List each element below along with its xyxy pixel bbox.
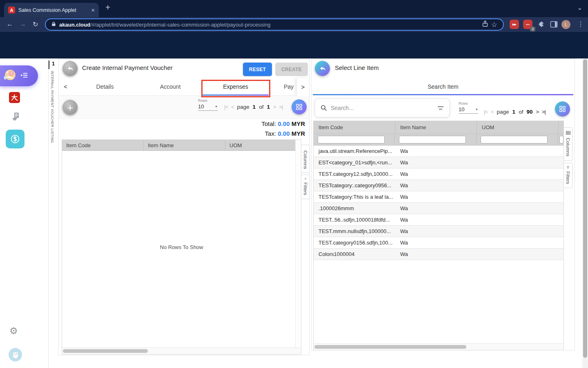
scrollbar-thumb[interactable] bbox=[63, 349, 148, 353]
filters-side-tab[interactable]: Filters bbox=[564, 163, 572, 188]
extension-fastforward-icon[interactable]: ▶▶ bbox=[510, 20, 519, 29]
item-row[interactable]: TESTcategory:This is a leaf la...Wa bbox=[314, 191, 564, 203]
rows-per-page-select[interactable]: Rows 10▼ bbox=[198, 99, 219, 111]
sidebar-item-pos-applet[interactable] bbox=[11, 112, 20, 123]
create-button[interactable]: CREATE bbox=[275, 63, 308, 76]
horizontal-scrollbar[interactable] bbox=[314, 343, 564, 350]
browser-reload-icon[interactable]: ↻ bbox=[33, 20, 38, 28]
filters-side-tab[interactable]: Filters bbox=[301, 175, 310, 199]
back-button[interactable] bbox=[62, 61, 78, 76]
tab-payment[interactable]: Pay bbox=[281, 83, 296, 90]
grid-view-button[interactable] bbox=[292, 99, 307, 114]
item-row[interactable]: java.util.stream.ReferencePip...Wa bbox=[314, 146, 564, 157]
sidebar-item-dai-applet[interactable] bbox=[9, 92, 20, 103]
tab-account[interactable]: Account bbox=[146, 83, 195, 90]
filter-uom-input[interactable] bbox=[481, 136, 548, 144]
screen: A Sales Commission Applet × + ⌄ ← → ↻ ak… bbox=[0, 0, 588, 368]
tabs-scroll-left-icon[interactable]: < bbox=[64, 83, 67, 90]
item-code-cell: EST<category_01>sdfjn,<run... bbox=[314, 159, 395, 166]
side-panel-icon[interactable] bbox=[549, 20, 559, 29]
grid-side-buttons: Columns Filters bbox=[564, 127, 572, 190]
column-header-uom[interactable]: UOM bbox=[225, 140, 301, 150]
column-header-uom[interactable]: UOM bbox=[477, 121, 559, 134]
receipt-printer-icon bbox=[11, 112, 20, 121]
item-row[interactable]: Colors1000004Wa bbox=[314, 249, 564, 260]
item-row[interactable]: TEST.category12.sdfjn,10000...Wa bbox=[314, 168, 564, 180]
total-amount: Total: 0.00 MYR bbox=[261, 120, 305, 127]
tab-expenses[interactable]: Expenses bbox=[211, 83, 260, 90]
back-arrow-icon bbox=[67, 65, 74, 72]
tab-search-item[interactable]: Search Item bbox=[312, 83, 575, 90]
settings-gear-icon[interactable]: ⚙ bbox=[9, 326, 18, 336]
tab-close-icon[interactable]: × bbox=[91, 7, 95, 13]
page-scrollbar-thumb[interactable] bbox=[583, 59, 587, 358]
columns-side-tab[interactable]: Columns bbox=[301, 145, 310, 173]
item-row[interactable]: .1000026mmmWa bbox=[314, 203, 564, 214]
item-code-cell: TESTcategory:.category0956... bbox=[314, 182, 395, 188]
voucher-listing-vertical-tab[interactable]: 1 INTERNAL PAYMENT VOUCHER LISTING bbox=[48, 58, 58, 368]
panel-title: Select Line Item bbox=[335, 64, 379, 71]
tabs-scroll-right[interactable]: > bbox=[297, 78, 309, 96]
prev-page-button[interactable]: < bbox=[231, 104, 234, 110]
bookmark-star-icon[interactable]: ☆ bbox=[491, 21, 497, 28]
browser-profile-avatar[interactable]: L bbox=[561, 20, 570, 29]
extensions-puzzle-icon[interactable] bbox=[537, 20, 546, 29]
first-page-button[interactable]: |< bbox=[224, 104, 228, 110]
filter-sort-icon[interactable] bbox=[437, 105, 444, 110]
item-name-cell: Wa bbox=[395, 148, 477, 154]
item-row[interactable]: TEST.mmm.nullsdfjn,100000...Wa bbox=[314, 226, 564, 237]
menu-open-icon[interactable] bbox=[20, 71, 29, 81]
item-row[interactable]: TEST.category0156.sdfjn,100...Wa bbox=[314, 237, 564, 249]
add-line-item-button[interactable]: + bbox=[62, 100, 78, 115]
item-name-cell: Wa bbox=[395, 251, 477, 257]
expenses-toolbar: + Rows 10▼ |< < page 1 of 1 > >| bbox=[59, 96, 309, 119]
new-tab-button[interactable]: + bbox=[105, 2, 110, 12]
item-row[interactable]: TESTcategory:.category0956...Wa bbox=[314, 180, 564, 191]
item-name-cell: Wa bbox=[395, 182, 477, 188]
grid-view-button[interactable] bbox=[555, 101, 570, 117]
extension-chat-icon[interactable]: ••• 3 bbox=[523, 20, 532, 29]
tab-search-chevron-down-icon[interactable]: ⌄ bbox=[577, 4, 582, 11]
columns-side-tab[interactable]: Columns bbox=[564, 127, 572, 161]
item-row[interactable]: EST<category_01>sdfjn,<run...Wa bbox=[314, 157, 564, 168]
sidebar-item-finance-applet[interactable] bbox=[6, 130, 24, 148]
share-icon[interactable] bbox=[482, 20, 488, 29]
column-header-item-name[interactable]: Item Name bbox=[144, 140, 225, 150]
column-header-item-code[interactable]: Item Code bbox=[62, 140, 144, 150]
next-page-button[interactable]: > bbox=[273, 104, 276, 110]
item-code-cell: TEST.category12.sdfjn,10000... bbox=[314, 171, 395, 177]
next-page-button[interactable]: > bbox=[536, 109, 539, 115]
total-label: Total: bbox=[261, 120, 276, 127]
browser-back-icon[interactable]: ← bbox=[7, 20, 13, 28]
table-header: Item Code Item Name UOM bbox=[314, 121, 564, 134]
url-bar[interactable]: akaun.cloud/#/applet/tnt/wavelet/erp/int… bbox=[45, 18, 504, 31]
browser-forward-icon[interactable]: → bbox=[20, 20, 26, 28]
tab-details[interactable]: Details bbox=[80, 83, 129, 90]
rows-label: Rows bbox=[198, 99, 219, 103]
page-scrollbar[interactable] bbox=[582, 58, 588, 368]
scrollbar-thumb[interactable] bbox=[314, 345, 466, 349]
first-page-button[interactable]: |< bbox=[484, 109, 488, 115]
reset-button[interactable]: RESET bbox=[243, 63, 272, 76]
search-input[interactable] bbox=[331, 105, 434, 111]
item-search-box[interactable] bbox=[315, 99, 450, 117]
column-header-item-name[interactable]: Item Name bbox=[395, 121, 477, 134]
back-button[interactable] bbox=[315, 61, 330, 76]
last-page-button[interactable]: >| bbox=[542, 109, 546, 115]
sidebar-user-avatar[interactable] bbox=[9, 348, 22, 361]
sidebar-item-sales-commission-active[interactable]: $ bbox=[0, 65, 38, 86]
horizontal-scrollbar[interactable] bbox=[62, 348, 301, 354]
browser-tab[interactable]: A Sales Commission Applet × bbox=[4, 3, 99, 17]
tab-title: Sales Commission Applet bbox=[18, 7, 88, 13]
filter-extra-input[interactable] bbox=[559, 136, 564, 144]
filter-item-name-input[interactable] bbox=[399, 136, 466, 144]
filter-item-code-input[interactable] bbox=[318, 136, 385, 144]
browser-menu-icon[interactable]: ⋮ bbox=[577, 20, 584, 28]
last-page-button[interactable]: >| bbox=[279, 104, 283, 110]
tax-amount: Tax: 0.00 MYR bbox=[265, 130, 305, 137]
item-row[interactable]: TEST..56..sdfjn,1000018fdfd...Wa bbox=[314, 214, 564, 226]
column-header-item-code[interactable]: Item Code bbox=[314, 121, 395, 134]
prev-page-button[interactable]: < bbox=[491, 109, 494, 115]
rows-per-page-select[interactable]: Rows 10▼ bbox=[459, 101, 480, 114]
tabs-scroll-right-icon: > bbox=[301, 83, 305, 90]
